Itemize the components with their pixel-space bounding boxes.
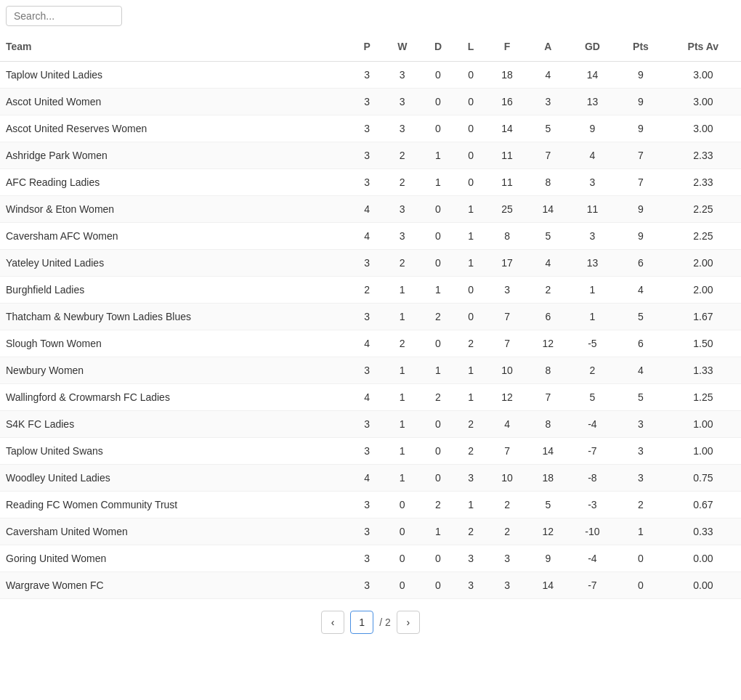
cell-f: 25 — [487, 196, 527, 223]
cell-pts_av: 1.67 — [665, 304, 741, 330]
cell-team: Wallingford & Crowmarsh FC Ladies — [0, 384, 351, 411]
cell-a: 8 — [527, 411, 568, 438]
cell-w: 2 — [384, 330, 421, 357]
cell-a: 5 — [527, 115, 568, 142]
table-row: Windsor & Eton Women430125141192.25 — [0, 196, 741, 223]
cell-a: 2 — [527, 277, 568, 304]
table-row: Taplow United Swans3102714-731.00 — [0, 438, 741, 465]
cell-l: 3 — [455, 572, 487, 599]
cell-a: 7 — [527, 142, 568, 169]
cell-p: 3 — [351, 357, 384, 384]
cell-l: 1 — [455, 384, 487, 411]
cell-pts_av: 0.67 — [665, 492, 741, 518]
table-row: Goring United Women300339-400.00 — [0, 545, 741, 572]
cell-f: 3 — [487, 545, 527, 572]
cell-team: Windsor & Eton Women — [0, 196, 351, 223]
cell-pts: 3 — [616, 465, 665, 492]
cell-p: 3 — [351, 89, 384, 115]
cell-gd: 3 — [568, 169, 616, 196]
cell-pts: 6 — [616, 330, 665, 357]
cell-f: 3 — [487, 277, 527, 304]
cell-l: 1 — [455, 196, 487, 223]
cell-l: 2 — [455, 330, 487, 357]
cell-d: 0 — [421, 572, 455, 599]
cell-team: Caversham AFC Women — [0, 223, 351, 250]
prev-page-button[interactable]: ‹ — [321, 611, 344, 634]
cell-pts_av: 2.33 — [665, 142, 741, 169]
cell-p: 4 — [351, 196, 384, 223]
cell-w: 3 — [384, 62, 421, 89]
search-container — [0, 0, 741, 32]
cell-w: 1 — [384, 304, 421, 330]
cell-d: 0 — [421, 545, 455, 572]
page-separator: / 2 — [379, 616, 391, 628]
cell-w: 1 — [384, 411, 421, 438]
table-row: AFC Reading Ladies3210118372.33 — [0, 169, 741, 196]
cell-pts_av: 0.00 — [665, 545, 741, 572]
cell-w: 1 — [384, 438, 421, 465]
cell-w: 2 — [384, 250, 421, 277]
table-row: Burghfield Ladies211032142.00 — [0, 277, 741, 304]
cell-a: 12 — [527, 518, 568, 545]
cell-f: 12 — [487, 384, 527, 411]
cell-gd: 9 — [568, 115, 616, 142]
cell-pts: 7 — [616, 169, 665, 196]
col-pts-av: Pts Av — [665, 32, 741, 62]
cell-gd: 3 — [568, 223, 616, 250]
cell-l: 0 — [455, 304, 487, 330]
table-row: Ascot United Reserves Women3300145993.00 — [0, 115, 741, 142]
cell-team: Yateley United Ladies — [0, 250, 351, 277]
cell-team: Taplow United Ladies — [0, 62, 351, 89]
cell-team: Woodley United Ladies — [0, 465, 351, 492]
table-row: Ashridge Park Women3210117472.33 — [0, 142, 741, 169]
cell-p: 3 — [351, 169, 384, 196]
search-input[interactable] — [6, 6, 122, 26]
next-page-button[interactable]: › — [397, 611, 420, 634]
cell-w: 3 — [384, 223, 421, 250]
cell-l: 1 — [455, 357, 487, 384]
cell-team: Slough Town Women — [0, 330, 351, 357]
table-row: Newbury Women3111108241.33 — [0, 357, 741, 384]
cell-f: 11 — [487, 169, 527, 196]
cell-pts_av: 2.33 — [665, 169, 741, 196]
cell-p: 3 — [351, 572, 384, 599]
cell-pts_av: 2.00 — [665, 250, 741, 277]
cell-l: 1 — [455, 250, 487, 277]
cell-pts_av: 1.50 — [665, 330, 741, 357]
cell-p: 3 — [351, 250, 384, 277]
cell-f: 14 — [487, 115, 527, 142]
cell-a: 9 — [527, 545, 568, 572]
cell-gd: -5 — [568, 330, 616, 357]
cell-p: 4 — [351, 384, 384, 411]
table-row: Caversham United Women3012212-1010.33 — [0, 518, 741, 545]
cell-gd: -7 — [568, 572, 616, 599]
col-pts: Pts — [616, 32, 665, 62]
cell-gd: 1 — [568, 304, 616, 330]
cell-d: 1 — [421, 277, 455, 304]
cell-pts_av: 1.00 — [665, 411, 741, 438]
cell-f: 2 — [487, 518, 527, 545]
table-row: Ascot United Women33001631393.00 — [0, 89, 741, 115]
cell-a: 7 — [527, 384, 568, 411]
cell-gd: 13 — [568, 89, 616, 115]
cell-l: 2 — [455, 438, 487, 465]
cell-pts_av: 3.00 — [665, 62, 741, 89]
cell-p: 3 — [351, 545, 384, 572]
col-w: W — [384, 32, 421, 62]
cell-w: 0 — [384, 545, 421, 572]
cell-f: 18 — [487, 62, 527, 89]
cell-pts: 1 — [616, 518, 665, 545]
cell-pts_av: 3.00 — [665, 89, 741, 115]
cell-p: 3 — [351, 438, 384, 465]
cell-w: 0 — [384, 518, 421, 545]
cell-pts: 3 — [616, 411, 665, 438]
table-row: Taplow United Ladies33001841493.00 — [0, 62, 741, 89]
cell-l: 2 — [455, 411, 487, 438]
cell-pts_av: 1.00 — [665, 438, 741, 465]
cell-f: 3 — [487, 572, 527, 599]
cell-gd: -4 — [568, 545, 616, 572]
cell-l: 0 — [455, 115, 487, 142]
cell-l: 3 — [455, 545, 487, 572]
cell-p: 3 — [351, 115, 384, 142]
cell-l: 2 — [455, 518, 487, 545]
